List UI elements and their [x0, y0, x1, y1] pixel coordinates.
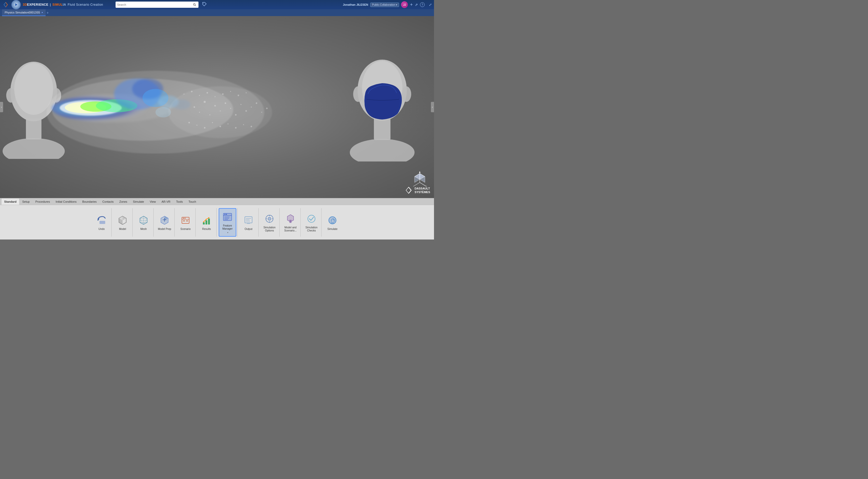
new-tab-button[interactable]: +	[46, 11, 49, 15]
model-scenario-button[interactable]: Model and Scenario...	[282, 208, 299, 237]
toolbar-buttons: Undo Model	[0, 205, 434, 239]
svg-rect-58	[374, 118, 391, 140]
svg-point-113	[268, 217, 271, 220]
head-right	[346, 53, 418, 161]
add-icon[interactable]: +	[410, 2, 413, 7]
tab-ar-vr[interactable]: AR-VR	[159, 199, 173, 205]
model-prep-button[interactable]: Model Prep	[156, 208, 173, 237]
simulate-label: Simulate	[328, 228, 338, 231]
feature-manager-icon	[221, 211, 234, 223]
dassault-logo-area: DASSAULT SYSTÈMES	[405, 186, 430, 194]
svg-point-91	[184, 218, 186, 219]
results-group: Results	[197, 208, 217, 237]
model-prep-group: Model Prep	[155, 208, 175, 237]
help-icon[interactable]: ?	[420, 2, 425, 7]
svg-rect-94	[203, 222, 205, 224]
tab-boundaries[interactable]: Boundaries	[80, 199, 99, 205]
mesh-icon	[137, 214, 150, 227]
3d-viewport[interactable]: › ‹	[0, 16, 434, 198]
mesh-button[interactable]: Mesh	[135, 208, 152, 237]
results-button[interactable]: Results	[198, 208, 215, 237]
scenario-icon	[179, 214, 192, 227]
tab-standard[interactable]: Standard	[2, 199, 19, 205]
tab-simulate[interactable]: Simulate	[130, 199, 147, 205]
brand-simulia: SIMUL	[52, 3, 63, 6]
svg-rect-93	[186, 220, 188, 221]
simulation-checks-button[interactable]: Simulation Checks	[303, 208, 320, 237]
tab-contacts[interactable]: Contacts	[100, 199, 116, 205]
svg-rect-119	[289, 220, 291, 223]
svg-marker-69	[419, 171, 421, 173]
svg-rect-111	[247, 223, 250, 224]
ds-logo[interactable]	[2, 1, 9, 8]
output-group: Output	[239, 208, 258, 237]
tab-touch[interactable]: Touch	[186, 199, 198, 205]
tab-label: Physics Simulation00013S5	[5, 11, 40, 14]
expand-icon-group: ⤢	[429, 3, 432, 7]
results-label: Results	[202, 228, 211, 231]
feature-manager-label: Feature Manager	[220, 224, 235, 231]
svg-point-60	[401, 86, 411, 102]
model-prep-label: Model Prep	[158, 228, 171, 231]
svg-point-59	[353, 86, 363, 102]
undo-button[interactable]: Undo	[93, 208, 111, 237]
svg-point-97	[203, 221, 204, 222]
expand-icon[interactable]: ⤢	[429, 3, 432, 7]
scenario-group: Scenario	[176, 208, 196, 237]
mesh-group: Mesh	[134, 208, 154, 237]
output-icon	[242, 214, 255, 227]
tab-procedures[interactable]: Procedures	[33, 199, 52, 205]
brand-text: 3DEXPERIENCE | SIMULIAFluid Scenario Cre…	[23, 3, 103, 6]
svg-rect-95	[206, 220, 207, 224]
tag-icon[interactable]	[202, 2, 207, 7]
svg-rect-96	[208, 218, 210, 224]
model-icon	[116, 214, 129, 227]
tab-initial-conditions[interactable]: Initial Conditions	[53, 199, 79, 205]
collaboration-badge[interactable]: Public-Collaboration ▾	[370, 3, 399, 7]
search-icon[interactable]	[192, 2, 197, 7]
svg-point-3	[203, 3, 204, 4]
model-label: Model	[119, 228, 126, 231]
share-icon[interactable]: ⇗	[415, 3, 418, 7]
user-name: Jonathan JILESEN	[343, 3, 368, 6]
dassault-text: DASSAULT SYSTÈMES	[414, 187, 430, 194]
simulate-icon	[326, 214, 339, 227]
output-button[interactable]: Output	[240, 208, 257, 237]
simulation-checks-group: Simulation Checks	[302, 208, 321, 237]
scenario-button[interactable]: Scenario	[177, 208, 194, 237]
header-icons: + ⇗ ?	[410, 2, 425, 7]
undo-group: Undo	[92, 208, 112, 237]
svg-point-98	[206, 219, 207, 220]
tab-tools[interactable]: Tools	[174, 199, 186, 205]
feature-manager-button[interactable]: Feature Manager ▾	[219, 208, 236, 237]
undo-label: Undo	[98, 228, 105, 231]
chevron-down-icon: ▾	[396, 3, 397, 6]
model-scenario-group: Model and Scenario...	[281, 208, 301, 237]
tab-setup[interactable]: Setup	[20, 199, 32, 205]
svg-point-90	[183, 218, 184, 219]
simulation-options-button[interactable]: Simulation Options	[261, 208, 278, 237]
tab-view[interactable]: View	[147, 199, 159, 205]
svg-point-6	[6, 88, 16, 102]
header-bar: 3DEXPERIENCE | SIMULIAFluid Scenario Cre…	[0, 0, 434, 9]
simulation-checks-label: Simulation Checks	[304, 226, 319, 232]
feature-manager-group: Feature Manager ▾	[218, 208, 238, 237]
tab-zones[interactable]: Zones	[117, 199, 130, 205]
model-group: Model	[113, 208, 133, 237]
avatar[interactable]: JJ	[401, 1, 408, 8]
svg-rect-102	[224, 214, 225, 215]
simulate-button[interactable]: Simulate	[323, 208, 341, 237]
document-tab-bar: Physics Simulation00013S5 ● +	[0, 9, 434, 16]
simulation-checks-icon	[305, 213, 318, 225]
right-panel-toggle[interactable]: ‹	[431, 102, 434, 112]
model-scenario-icon	[284, 213, 297, 225]
model-button[interactable]: Model	[114, 208, 131, 237]
feature-manager-dropdown-arrow: ▾	[227, 232, 228, 234]
search-container	[116, 2, 198, 8]
play-button[interactable]	[11, 0, 21, 9]
document-tab[interactable]: Physics Simulation00013S5 ●	[2, 9, 45, 16]
toolbar-tab-bar: Standard Setup Procedures Initial Condit…	[0, 198, 434, 205]
search-input[interactable]	[117, 3, 191, 6]
simulation-options-label: Simulation Options	[262, 226, 277, 232]
scenario-label: Scenario	[180, 228, 190, 231]
